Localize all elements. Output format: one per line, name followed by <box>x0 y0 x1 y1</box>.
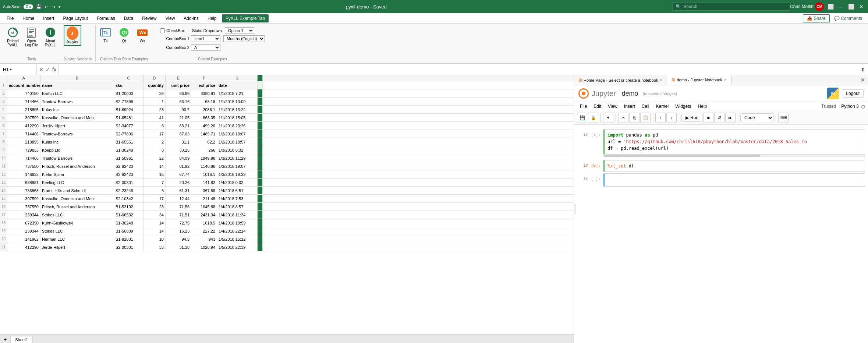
save-notebook-button[interactable]: 💾 <box>577 113 587 123</box>
user-button[interactable]: Chris Moffitt CM <box>790 2 824 11</box>
cell-G19[interactable]: 1/4/2018 22:14 <box>217 227 258 235</box>
cell-f1[interactable]: ext price <box>191 81 217 89</box>
cell-code-1[interactable]: import pandas as pd url = 'https://githu… <box>603 129 865 154</box>
cell-A11[interactable]: 737550 <box>7 162 40 170</box>
cell-G6[interactable]: 1/1/2018 23:26 <box>217 122 258 130</box>
cell-D21[interactable]: 33 <box>144 243 166 251</box>
reload-pyxll-button[interactable]: ↺ ReloadPyXLL <box>4 25 21 49</box>
cell-C19[interactable]: B1-50809 <box>114 227 144 235</box>
cell-D14[interactable]: 6 <box>144 187 166 194</box>
cell-D4[interactable]: 23 <box>144 106 166 113</box>
collapse-formula-button[interactable]: ⬆ <box>858 67 868 73</box>
menu-file[interactable]: File <box>3 14 17 22</box>
cell-D18[interactable]: 14 <box>144 219 166 227</box>
cell-D17[interactable]: 34 <box>144 211 166 219</box>
cell-D10[interactable]: 22 <box>144 154 166 162</box>
cell-A5[interactable]: 307599 <box>7 114 40 121</box>
cell-G13[interactable]: 1/4/2018 0:02 <box>217 178 258 186</box>
panel-close-button[interactable]: ✕ <box>857 77 868 84</box>
cell-F2[interactable]: 3380.91 <box>191 89 217 97</box>
cell-F15[interactable]: 211.48 <box>191 195 217 202</box>
menu-data[interactable]: Data <box>120 14 137 22</box>
cell-A7[interactable]: 714466 <box>7 130 40 138</box>
minimize-icon[interactable]: — <box>837 4 844 10</box>
cell-A17[interactable]: 239344 <box>7 211 40 219</box>
redo-icon[interactable]: ↪ <box>52 4 56 10</box>
cell-F16[interactable]: 1645.88 <box>191 203 217 211</box>
confirm-formula-button[interactable]: ✓ <box>45 67 51 73</box>
cell-D20[interactable]: 10 <box>144 235 166 243</box>
cell-E5[interactable]: 21.05 <box>166 114 191 121</box>
cell-E12[interactable]: 67.74 <box>166 170 191 178</box>
cell-D7[interactable]: 17 <box>144 130 166 138</box>
cell-B8[interactable]: Kulas Inc <box>40 138 114 146</box>
cell-G15[interactable]: 1/4/2018 7:53 <box>217 195 258 202</box>
cell-E2[interactable]: 86.69 <box>166 89 191 97</box>
cell-E4[interactable]: 90.7 <box>166 106 191 113</box>
cell-code-3[interactable] <box>603 173 865 187</box>
cell-B19[interactable]: Stokes LLC <box>40 227 114 235</box>
cell-h1[interactable] <box>258 81 263 89</box>
cell-D16[interactable]: 23 <box>144 203 166 211</box>
notebook-name[interactable]: demo <box>622 90 638 98</box>
cell-B13[interactable]: Keeling LLC <box>40 178 114 186</box>
cell-E9[interactable]: 33.25 <box>166 146 191 154</box>
cell-F12[interactable]: 1016.1 <box>191 170 217 178</box>
shield-button[interactable]: 🔒 <box>588 113 598 123</box>
cell-e1[interactable]: unit price <box>166 81 191 89</box>
new-sheet-button[interactable]: + <box>1 336 9 343</box>
wx-button[interactable]: Wx Wx <box>134 25 151 45</box>
cell-B10[interactable]: Trantow-Barrows <box>40 154 114 162</box>
sheet-tab-sheet1[interactable]: Sheet1 <box>10 336 33 343</box>
cell-F3[interactable]: -63.16 <box>191 98 217 105</box>
cell-G16[interactable]: 1/4/2018 8:57 <box>217 203 258 211</box>
cell-E8[interactable]: 31.1 <box>166 138 191 146</box>
cell-C15[interactable]: S2-10342 <box>114 195 144 202</box>
cell-D15[interactable]: 17 <box>144 195 166 202</box>
jnb-menu-file[interactable]: File <box>577 103 590 110</box>
cell-G21[interactable]: 1/5/2018 22:39 <box>217 243 258 251</box>
cell-A15[interactable]: 307599 <box>7 195 40 202</box>
col-header-a[interactable]: A <box>7 75 40 81</box>
cell-E19[interactable]: 16.23 <box>166 227 191 235</box>
cell-G2[interactable]: 1/1/2018 7:21 <box>217 89 258 97</box>
menu-pyxll-tab[interactable]: PyXLL Example Tab <box>222 14 269 22</box>
jnb-menu-view[interactable]: View <box>605 103 620 110</box>
cell-G20[interactable]: 1/5/2018 15:12 <box>217 235 258 243</box>
cell-A10[interactable]: 714466 <box>7 154 40 162</box>
cell-E18[interactable]: 72.75 <box>166 219 191 227</box>
cell-A4[interactable]: 218895 <box>7 106 40 113</box>
cell-B5[interactable]: Kassulke, Ondricka and Metz <box>40 114 114 121</box>
cell-A8[interactable]: 218895 <box>7 138 40 146</box>
jnb-menu-cell[interactable]: Cell <box>639 103 652 110</box>
cell-C5[interactable]: S1-65481 <box>114 114 144 121</box>
cell-F4[interactable]: 2086.1 <box>191 106 217 113</box>
col-header-b[interactable]: B <box>40 75 114 81</box>
restart-button[interactable]: ↺ <box>714 113 724 123</box>
cell-B9[interactable]: Koepp Ltd <box>40 146 114 154</box>
share-button[interactable]: 📤 Share <box>803 14 829 22</box>
cell-F20[interactable]: 943 <box>191 235 217 243</box>
cell-E13[interactable]: 20.26 <box>166 178 191 186</box>
cell-B15[interactable]: Kassulke, Ondricka and Metz <box>40 195 114 202</box>
cell-C3[interactable]: S2-77896 <box>114 98 144 105</box>
undo-icon[interactable]: ↩ <box>45 4 49 10</box>
cell-b1[interactable]: name <box>40 81 114 89</box>
cell-C13[interactable]: S2-00301 <box>114 178 144 186</box>
jnb-menu-help[interactable]: Help <box>695 103 710 110</box>
cell-D2[interactable]: 39 <box>144 89 166 97</box>
menu-help[interactable]: Help <box>204 14 220 22</box>
cell-G17[interactable]: 1/4/2018 11:34 <box>217 211 258 219</box>
formula-input[interactable] <box>59 64 858 75</box>
static-dropdown[interactable]: Option 1 <box>225 27 254 34</box>
move-up-button[interactable]: ↑ <box>655 113 666 123</box>
cell-G3[interactable]: 1/1/2018 10:00 <box>217 98 258 105</box>
cell-F5[interactable]: 863.05 <box>191 114 217 121</box>
cell-A12[interactable]: 146832 <box>7 170 40 178</box>
jnb-menu-edit[interactable]: Edit <box>591 103 604 110</box>
cell-B18[interactable]: Kuhn-Gusikowski <box>40 219 114 227</box>
cell-D6[interactable]: 6 <box>144 122 166 130</box>
cell-B3[interactable]: Trantow-Barrows <box>40 98 114 105</box>
jupyter-tab-demo-close[interactable]: ✕ <box>724 78 727 82</box>
cell-C14[interactable]: S2-23246 <box>114 187 144 194</box>
